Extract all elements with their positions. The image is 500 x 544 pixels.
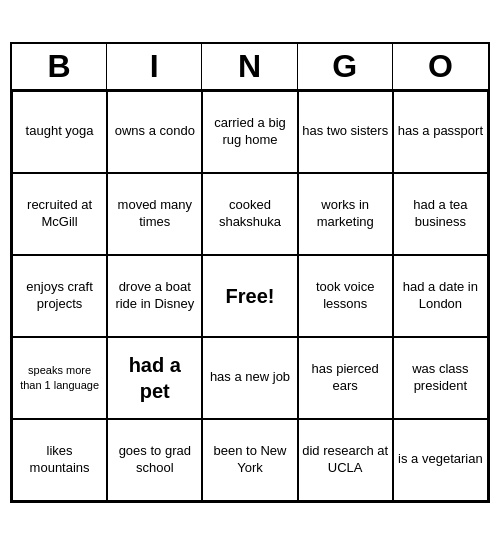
bingo-cell: was class president	[393, 337, 488, 419]
bingo-cell: speaks more than 1 language	[12, 337, 107, 419]
bingo-cell: cooked shakshuka	[202, 173, 297, 255]
bingo-cell: took voice lessons	[298, 255, 393, 337]
header-letter: N	[202, 44, 297, 89]
bingo-cell: has a new job	[202, 337, 297, 419]
bingo-cell: enjoys craft projects	[12, 255, 107, 337]
bingo-cell: had a tea business	[393, 173, 488, 255]
bingo-cell: had a pet	[107, 337, 202, 419]
bingo-cell: recruited at McGill	[12, 173, 107, 255]
bingo-cell: has a passport	[393, 91, 488, 173]
bingo-card: BINGO taught yogaowns a condocarried a b…	[10, 42, 490, 503]
header-letter: O	[393, 44, 488, 89]
header-letter: I	[107, 44, 202, 89]
bingo-cell: owns a condo	[107, 91, 202, 173]
bingo-cell: carried a big rug home	[202, 91, 297, 173]
header-letter: G	[298, 44, 393, 89]
bingo-cell: likes mountains	[12, 419, 107, 501]
bingo-cell: drove a boat ride in Disney	[107, 255, 202, 337]
bingo-cell: works in marketing	[298, 173, 393, 255]
bingo-cell: has pierced ears	[298, 337, 393, 419]
bingo-cell: had a date in London	[393, 255, 488, 337]
bingo-cell: has two sisters	[298, 91, 393, 173]
bingo-cell: been to New York	[202, 419, 297, 501]
bingo-cell: moved many times	[107, 173, 202, 255]
bingo-cell: goes to grad school	[107, 419, 202, 501]
bingo-cell: taught yoga	[12, 91, 107, 173]
header-letter: B	[12, 44, 107, 89]
bingo-cell: Free!	[202, 255, 297, 337]
bingo-cell: did research at UCLA	[298, 419, 393, 501]
bingo-grid: taught yogaowns a condocarried a big rug…	[12, 91, 488, 501]
bingo-header: BINGO	[12, 44, 488, 91]
bingo-cell: is a vegetarian	[393, 419, 488, 501]
